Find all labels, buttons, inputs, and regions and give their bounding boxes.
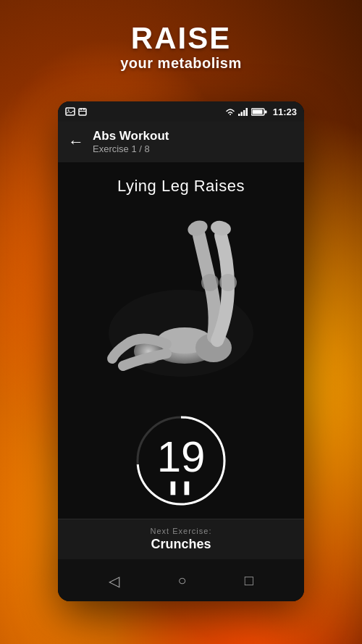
phone-mockup: 11:23 ← Abs Workout Exercise 1 / 8 Lying…	[58, 101, 304, 601]
battery-icon	[251, 108, 267, 116]
svg-rect-11	[252, 109, 262, 114]
status-time: 11:23	[273, 106, 297, 117]
timer-value: 19	[157, 435, 206, 479]
next-exercise-section: Next Exercise: Crunches	[58, 519, 304, 559]
top-bar: ← Abs Workout Exercise 1 / 8	[58, 122, 304, 162]
header-section: RAISE your metabolism	[0, 22, 362, 72]
exercise-name: Lying Leg Raises	[117, 177, 245, 196]
status-left-icons	[65, 107, 87, 116]
svg-point-20	[201, 274, 219, 291]
back-button[interactable]: ←	[68, 134, 84, 150]
status-right-icons	[225, 108, 267, 116]
workout-title: Abs Workout	[93, 129, 169, 143]
nav-recents-button[interactable]: □	[245, 572, 253, 589]
figure-container: 19 ❚❚	[58, 196, 304, 519]
timer-circle[interactable]: 19 ❚❚	[130, 410, 232, 511]
svg-rect-2	[79, 109, 86, 115]
pause-button[interactable]: ❚❚	[167, 480, 195, 495]
svg-point-18	[185, 218, 209, 238]
workout-info: Abs Workout Exercise 1 / 8	[93, 129, 169, 155]
exercise-figure	[72, 188, 290, 420]
svg-rect-12	[264, 110, 266, 113]
bottom-nav: ◁ ○ □	[58, 559, 304, 601]
subtitle-text: your metabolism	[0, 55, 362, 72]
exercise-progress: Exercise 1 / 8	[93, 143, 169, 155]
svg-rect-0	[66, 108, 75, 115]
status-bar: 11:23	[58, 101, 304, 122]
calendar-icon	[78, 107, 87, 116]
workout-area: Lying Leg Raises	[58, 162, 304, 559]
svg-rect-7	[240, 112, 243, 116]
nav-home-button[interactable]: ○	[177, 572, 186, 589]
raise-text: RAISE	[0, 22, 362, 55]
signal-icon	[238, 108, 248, 116]
svg-rect-6	[238, 114, 240, 116]
next-exercise-label: Next Exercise:	[58, 527, 304, 535]
nav-back-button[interactable]: ◁	[109, 572, 119, 590]
svg-point-1	[68, 109, 70, 111]
svg-rect-8	[243, 110, 245, 116]
wifi-icon	[225, 108, 235, 116]
next-exercise-name: Crunches	[58, 537, 304, 552]
image-icon	[65, 107, 75, 116]
svg-point-19	[209, 219, 232, 238]
svg-rect-9	[245, 108, 248, 116]
svg-point-21	[219, 274, 237, 291]
